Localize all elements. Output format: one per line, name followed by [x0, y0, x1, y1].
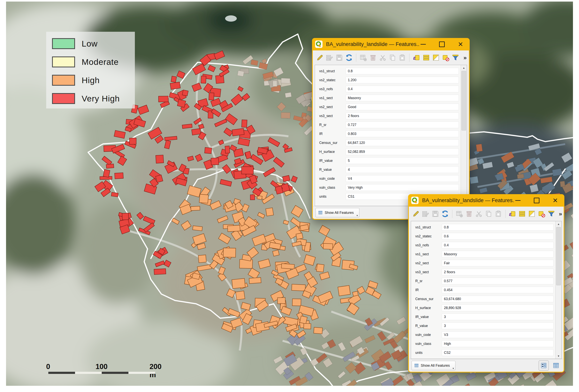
attribute-row: vs3_nofs0.4	[319, 85, 459, 94]
attribute-value-field[interactable]: Masonry	[442, 251, 554, 257]
toolbar-separator	[505, 210, 506, 218]
invert-selection-icon[interactable]	[432, 53, 440, 62]
attribute-field-name: H_surface	[415, 306, 442, 310]
attribute-value-field[interactable]: Very High	[346, 184, 459, 191]
attribute-value-field[interactable]: 3	[442, 323, 554, 329]
table-view-button[interactable]	[551, 361, 561, 370]
attribute-value-field[interactable]: 4	[346, 166, 459, 173]
invert-selection-icon[interactable]	[528, 210, 536, 218]
attribute-value-field[interactable]: 0.803	[346, 130, 459, 137]
attribute-value-field[interactable]: 0.4	[442, 242, 554, 248]
filter-icon[interactable]	[451, 53, 459, 62]
attribute-value-field[interactable]: Good	[346, 104, 459, 110]
form-view-button[interactable]	[539, 360, 549, 371]
attribute-value-field[interactable]: High	[442, 340, 554, 347]
qgis-logo-icon	[315, 41, 323, 48]
select-by-expression-icon[interactable]: ε	[413, 53, 420, 62]
title-bar[interactable]: BA_vulnerability_landslide — Features...…	[408, 194, 564, 207]
legend-swatch	[52, 56, 75, 67]
multi-edit-icon	[326, 53, 333, 62]
legend-swatch	[52, 93, 75, 104]
deselect-all-icon[interactable]	[538, 210, 545, 218]
window-title: BA_vulnerability_landslide — Features...	[422, 197, 514, 204]
attribute-value-field[interactable]: 64,847.120	[346, 139, 459, 146]
minimize-button[interactable]	[514, 197, 521, 204]
scrollbar-thumb[interactable]	[461, 71, 466, 130]
scroll-down-icon[interactable]: ▼	[556, 353, 562, 359]
svg-text:ε: ε	[509, 211, 512, 217]
attribute-toolbar: ε»	[313, 51, 469, 65]
deselect-all-icon[interactable]	[442, 53, 450, 62]
attribute-value-field[interactable]: V4	[346, 175, 459, 182]
maximize-button[interactable]	[438, 41, 445, 48]
filter-icon[interactable]	[547, 210, 555, 218]
attribute-row: vs1_struct0.8	[319, 67, 459, 76]
attribute-row: vs1_sectMasonry	[319, 94, 459, 103]
minimize-button[interactable]	[420, 41, 427, 48]
attribute-value-field[interactable]: 0.4	[346, 86, 459, 92]
attribute-value-field[interactable]: 1.200	[346, 77, 459, 83]
reload-icon[interactable]	[441, 210, 449, 218]
attribute-value-field[interactable]: Masonry	[346, 95, 459, 101]
attribute-value-field[interactable]: 28,890.928	[442, 305, 554, 311]
scale-tick-200: 200 m	[149, 363, 161, 379]
attribute-value-field[interactable]: 2 floors	[346, 112, 459, 119]
save-edits-icon	[432, 210, 439, 218]
attribute-value-field[interactable]: 0.577	[442, 278, 554, 284]
attribute-field-name: vs2_sect	[415, 261, 442, 265]
attribute-field-name: IR_value	[415, 315, 442, 319]
select-all-icon[interactable]	[518, 210, 526, 218]
more-icon[interactable]: »	[461, 53, 469, 62]
attribute-value-field[interactable]: 0.8	[442, 224, 554, 230]
attribute-field-name: vs1_struct	[415, 225, 442, 229]
title-bar[interactable]: BA_vulnerability_landslide — Features...…	[312, 38, 470, 51]
save-edits-icon	[335, 53, 343, 62]
attribute-value-field[interactable]: 5	[346, 157, 459, 164]
attribute-row: R_sr0.727	[319, 120, 459, 129]
close-button[interactable]: ✕	[552, 197, 559, 204]
show-all-features-dropdown[interactable]: Show All Features ▾	[315, 208, 359, 217]
attribute-field-name: vs3_sect	[415, 270, 442, 274]
attribute-value-field[interactable]: CS2	[442, 349, 554, 356]
feature-form: vs1_struct0.8vs2_statec0.6vs3_nofs0.4vs1…	[411, 221, 562, 359]
scrollbar-thumb[interactable]	[556, 227, 561, 285]
scroll-up-icon[interactable]: ▲	[556, 221, 562, 227]
attribute-field-name: vuln_code	[415, 333, 442, 337]
legend-item: High	[52, 75, 131, 86]
toggle-editing-icon[interactable]	[316, 53, 324, 62]
copy-features-icon	[389, 53, 396, 62]
show-all-features-dropdown[interactable]: Show All Features ▾	[412, 361, 455, 370]
attribute-value-field[interactable]: V3	[442, 332, 554, 338]
toggle-editing-icon[interactable]	[412, 210, 420, 218]
window-body: ε» vs1_struct0.8vs2_statec0.6vs3_nofs0.4…	[409, 207, 564, 372]
attribute-row: vuln_codeV3	[415, 330, 554, 339]
vertical-scrollbar[interactable]: ▲ ▼	[461, 65, 467, 206]
attribute-field-name: vs2_statec	[415, 234, 442, 238]
attribute-value-field[interactable]: 52,082.859	[346, 148, 459, 155]
attribute-row: R_value4	[319, 165, 459, 174]
attribute-value-field[interactable]: 3	[442, 314, 554, 320]
maximize-button[interactable]	[533, 197, 540, 204]
attribute-field-name: IR	[415, 288, 442, 292]
attribute-field-name: vs3_nofs	[319, 87, 346, 91]
attribute-value-field[interactable]: 0.727	[346, 121, 459, 128]
attribute-value-field[interactable]: 0.6	[442, 233, 554, 239]
attribute-value-field[interactable]: 0.8	[346, 68, 459, 74]
reload-icon[interactable]	[345, 53, 353, 62]
attribute-field-name: vs2_sect	[319, 105, 346, 109]
close-button[interactable]: ✕	[457, 41, 464, 48]
select-by-expression-icon[interactable]: ε	[508, 210, 516, 218]
attribute-value-field[interactable]: Fair	[442, 260, 554, 266]
attribute-rows: vs1_struct0.8vs2_statec1.200vs3_nofs0.4v…	[315, 65, 461, 206]
legend-item: Low	[52, 38, 131, 49]
vertical-scrollbar[interactable]: ▲ ▼	[555, 221, 562, 359]
features-window-cs1: BA_vulnerability_landslide — Features...…	[312, 38, 470, 220]
select-all-icon[interactable]	[422, 53, 430, 62]
attribute-value-field[interactable]: 0.454	[442, 287, 554, 293]
attribute-row: H_surface28,890.928	[415, 303, 554, 312]
attribute-value-field[interactable]: 63,674.680	[442, 296, 554, 302]
pond-highlight	[225, 15, 237, 22]
scroll-up-icon[interactable]: ▲	[461, 65, 467, 70]
attribute-value-field[interactable]: 2 floors	[442, 269, 554, 275]
more-icon[interactable]: »	[557, 210, 564, 218]
